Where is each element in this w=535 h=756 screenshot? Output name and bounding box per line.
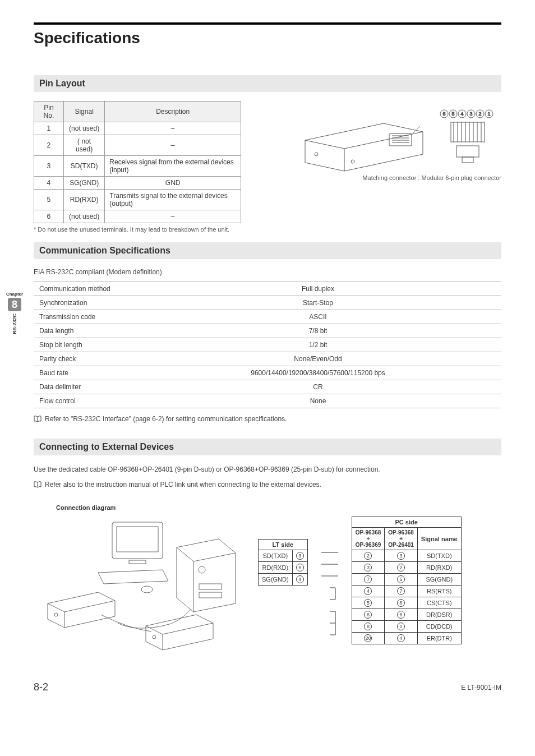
svg-rect-27	[117, 527, 158, 552]
table-row: 2( not used)–	[34, 135, 241, 156]
pin-col-header: Pin No.	[34, 102, 64, 122]
page-title: Specifications	[34, 29, 501, 47]
table-row: 23SD(TXD)	[352, 550, 461, 562]
table-row: 47RS(RTS)	[352, 586, 461, 597]
signal-col-header: Signal	[63, 102, 104, 122]
table-row: 3SD(TXD)Receives signal from the externa…	[34, 156, 241, 177]
svg-text:3: 3	[469, 111, 472, 117]
comm-spec-table: Communication methodFull duplex Synchron…	[34, 282, 501, 408]
svg-text:4: 4	[460, 111, 463, 117]
table-row: SD(TXD)3	[259, 550, 308, 562]
svg-point-0	[315, 153, 318, 156]
table-row: 58CS(CTS)	[352, 597, 461, 609]
pc-side-header: PC side	[352, 517, 461, 528]
title-bar: Specifications	[34, 22, 501, 47]
table-row: 204ER(DTR)	[352, 633, 461, 644]
table-row: Communication methodFull duplex	[34, 282, 501, 296]
connector-note: Matching connector : Modular 6-pin plug …	[258, 174, 501, 182]
page-number: 8-2	[34, 681, 48, 693]
connection-diagram-illustration	[34, 517, 247, 657]
reference-line-2: Refer also to the instruction manual of …	[34, 481, 501, 488]
svg-point-29	[199, 566, 205, 573]
book-icon	[34, 481, 41, 488]
table-row: 5RD(RXD)Transmits signal to the external…	[34, 190, 241, 210]
connector-illustration: 6 5 4 3 2 1	[434, 107, 501, 168]
pc-side-table: PC side OP-96368+OP-96369 OP-96368+OP-26…	[352, 517, 462, 644]
table-row: 4SG(GND)GND	[34, 177, 241, 190]
chapter-label: Chapter	[4, 292, 25, 297]
pin-table: Pin No. Signal Description 1(not used)– …	[34, 101, 241, 223]
table-row: SynchronizationStart-Stop	[34, 296, 501, 310]
table-row: Transmission codeASCII	[34, 310, 501, 324]
table-row: Baud rate9600/14400/19200/38400/57600/11…	[34, 366, 501, 380]
table-row: Data length7/8 bit	[34, 324, 501, 338]
table-row: Parity checkNone/Even/Odd	[34, 352, 501, 366]
device-illustration	[299, 101, 428, 174]
svg-text:2: 2	[478, 111, 481, 117]
svg-rect-2	[389, 133, 412, 146]
connecting-text-1: Use the dedicated cable OP-96368+OP-2640…	[34, 464, 501, 475]
table-row: 66DR(DSR)	[352, 609, 461, 621]
table-row: Stop bit length1/2 bit	[34, 338, 501, 352]
lt-side-table: LT side SD(TXD)3 RD(RXD)5 SG(GND)4	[258, 539, 308, 586]
chapter-side-text: RS-232C	[12, 314, 17, 334]
book-icon	[34, 416, 41, 422]
compliance-text: EIA RS-232C compliant (Modem definition)	[34, 268, 501, 276]
desc-col-header: Description	[105, 102, 241, 122]
section-comm-spec: Communication Specifications	[34, 242, 501, 259]
svg-rect-25	[462, 157, 473, 163]
svg-rect-28	[129, 560, 146, 564]
svg-rect-15	[451, 122, 485, 142]
pin-footnote: * Do not use the unused terminals. It ma…	[34, 225, 241, 233]
signal-name-header: Signal name	[417, 528, 461, 550]
svg-rect-30	[199, 584, 222, 589]
chapter-tab: Chapter 8 RS-232C	[4, 292, 25, 336]
table-row: RD(RXD)5	[259, 562, 308, 574]
svg-text:5: 5	[451, 111, 454, 117]
lt-side-header: LT side	[259, 540, 308, 550]
table-row: 81CD(DCD)	[352, 621, 461, 633]
table-row: Data delimiterCR	[34, 380, 501, 394]
svg-point-33	[54, 613, 58, 616]
wiring-lines	[321, 541, 338, 659]
doc-id: E LT-9001-IM	[461, 684, 501, 692]
table-row: Flow controlNone	[34, 394, 501, 408]
svg-rect-26	[112, 522, 163, 559]
svg-rect-24	[456, 146, 479, 157]
section-connecting: Connecting to External Devices	[34, 439, 501, 455]
svg-point-1	[351, 160, 354, 163]
svg-rect-31	[199, 592, 222, 598]
table-row: 32RD(RXD)	[352, 562, 461, 574]
reference-line-1: Refer to "RS-232C Interface" (page 6-2) …	[34, 415, 501, 423]
svg-text:6: 6	[442, 111, 445, 117]
chapter-number: 8	[8, 298, 21, 311]
svg-text:1: 1	[487, 111, 490, 117]
svg-point-34	[153, 635, 156, 639]
svg-point-32	[141, 586, 153, 593]
connection-diagram-label: Connection diagram	[56, 504, 501, 511]
table-row: 75SG(GND)	[352, 574, 461, 586]
table-row: SG(GND)4	[259, 574, 308, 586]
section-pin-layout: Pin Layout	[34, 75, 501, 92]
table-row: 1(not used)–	[34, 122, 241, 135]
table-row: 6(not used)–	[34, 210, 241, 223]
page-footer: 8-2 E LT-9001-IM	[34, 681, 501, 693]
